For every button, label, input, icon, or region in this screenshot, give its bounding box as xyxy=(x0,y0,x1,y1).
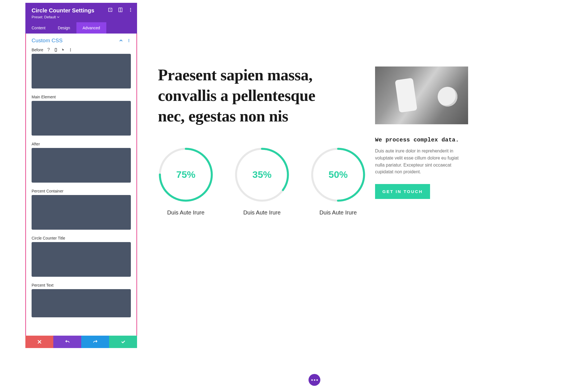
field-more-icon[interactable] xyxy=(69,48,72,52)
svg-rect-10 xyxy=(55,48,57,52)
chevron-down-icon xyxy=(57,16,60,18)
redo-button[interactable] xyxy=(81,336,109,348)
progress-value: 35% xyxy=(234,147,290,203)
undo-button[interactable] xyxy=(53,336,81,348)
preset-dropdown[interactable]: Preset: Default xyxy=(32,15,60,19)
progress-ring: 50% xyxy=(310,147,366,203)
section-header[interactable]: Custom CSS xyxy=(32,37,131,44)
expand-icon[interactable] xyxy=(108,7,113,12)
field-percent-container-label: Percent Container xyxy=(32,189,131,193)
layout-icon[interactable] xyxy=(118,7,123,12)
svg-point-4 xyxy=(130,8,131,9)
tab-advanced[interactable]: Advanced xyxy=(76,22,106,34)
progress-value: 50% xyxy=(310,147,366,203)
save-button[interactable] xyxy=(109,336,137,348)
cancel-button[interactable] xyxy=(25,336,53,348)
field-percent-text-input[interactable] xyxy=(32,289,131,317)
more-icon[interactable] xyxy=(128,7,133,12)
circle-counter: 75%Duis Aute Irure xyxy=(158,147,214,216)
device-icon[interactable] xyxy=(54,48,58,52)
field-before-label: Before xyxy=(32,48,43,52)
counter-label: Duis Aute Irure xyxy=(310,209,366,216)
field-after-input[interactable] xyxy=(32,148,131,183)
feature-image xyxy=(375,67,468,124)
svg-point-12 xyxy=(70,50,71,50)
field-main-element-label: Main Element xyxy=(32,95,131,99)
field-percent-text-label: Percent Text xyxy=(32,283,131,287)
tabs: Content Design Advanced xyxy=(25,22,137,34)
field-before-input[interactable] xyxy=(32,54,131,88)
svg-point-6 xyxy=(130,11,131,12)
section-title: Custom CSS xyxy=(32,37,63,44)
counter-label: Duis Aute Irure xyxy=(234,209,290,216)
tab-content[interactable]: Content xyxy=(25,22,52,34)
counter-label: Duis Aute Irure xyxy=(158,209,214,216)
tab-design[interactable]: Design xyxy=(52,22,76,34)
svg-point-5 xyxy=(130,9,131,10)
section-more-icon[interactable] xyxy=(127,39,131,43)
preset-label: Preset: Default xyxy=(32,15,56,19)
svg-point-7 xyxy=(129,39,129,40)
side-text: Duis aute irure dolor in reprehenderit i… xyxy=(375,148,468,176)
field-main-element-input[interactable] xyxy=(32,101,131,136)
header-icon-group xyxy=(108,7,133,12)
hero-heading: Praesent sapien massa, convallis a pelle… xyxy=(158,65,338,127)
field-circle-counter-title-input[interactable] xyxy=(32,242,131,277)
panel-footer xyxy=(25,336,137,348)
progress-ring: 75% xyxy=(158,147,214,203)
help-icon[interactable]: ? xyxy=(47,48,50,52)
section-icon-group xyxy=(119,39,131,43)
panel-header[interactable]: Circle Counter Settings Preset: Default xyxy=(25,3,137,22)
hover-icon[interactable] xyxy=(61,48,65,52)
fab-button[interactable] xyxy=(309,374,320,386)
progress-ring: 35% xyxy=(234,147,290,203)
field-after-label: After xyxy=(32,142,131,146)
progress-value: 75% xyxy=(158,147,214,203)
field-before-header: Before ? xyxy=(32,48,131,52)
side-title: We process complex data. xyxy=(375,137,468,143)
field-circle-counter-title-label: Circle Counter Title xyxy=(32,236,131,240)
settings-panel: Circle Counter Settings Preset: Default … xyxy=(25,3,137,348)
svg-point-9 xyxy=(129,41,129,42)
field-percent-container-input[interactable] xyxy=(32,195,131,230)
svg-point-1 xyxy=(110,10,111,10)
sidebar-content: We process complex data. Duis aute irure… xyxy=(375,67,468,199)
circle-counter: 35%Duis Aute Irure xyxy=(234,147,290,216)
panel-body: Custom CSS Before ? Main Element After P… xyxy=(25,34,137,336)
svg-point-13 xyxy=(70,51,71,52)
svg-point-11 xyxy=(70,48,71,49)
circle-counter: 50%Duis Aute Irure xyxy=(310,147,366,216)
collapse-icon[interactable] xyxy=(119,39,123,43)
svg-point-8 xyxy=(129,40,129,41)
cta-button[interactable]: GET IN TOUCH xyxy=(375,184,430,199)
field-before-icons: ? xyxy=(47,48,72,52)
